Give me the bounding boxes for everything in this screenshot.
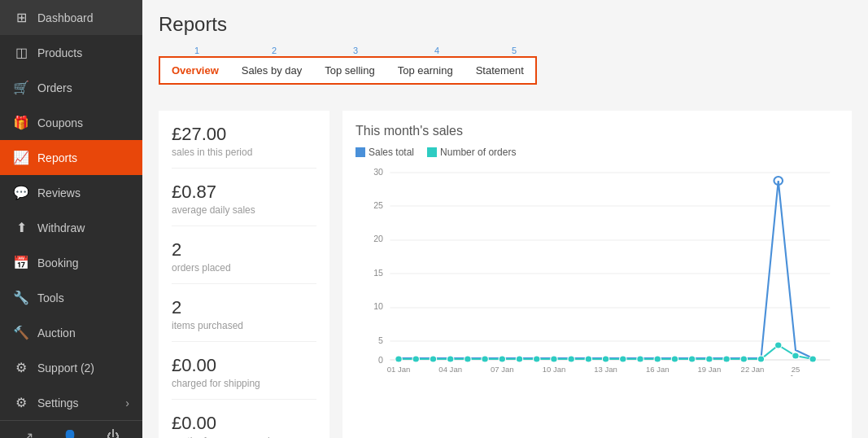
external-link-icon[interactable]: ↗ — [23, 429, 33, 438]
stat-avg-label: average daily sales — [172, 204, 316, 216]
sidebar-item-support[interactable]: ⚙ Support (2) — [0, 350, 142, 385]
svg-point-37 — [775, 342, 782, 348]
tab-top-selling[interactable]: Top selling — [313, 58, 386, 83]
stat-coupons: £0.00 worth of coupons used — [172, 413, 316, 438]
chart-panel: This month's sales Sales total Number of… — [342, 111, 852, 438]
svg-text:16 Jan: 16 Jan — [646, 366, 670, 374]
sidebar-label-settings: Settings — [37, 396, 79, 410]
svg-text:25: 25 — [373, 201, 383, 210]
sidebar-item-auction[interactable]: 🔨 Auction — [0, 315, 142, 350]
booking-icon: 📅 — [13, 255, 29, 270]
svg-point-22 — [516, 356, 522, 362]
sidebar-item-orders[interactable]: 🛒 Orders — [0, 70, 142, 105]
main-content: Reports 1 2 3 4 5 Overview Sales by day … — [142, 0, 868, 438]
stat-orders-label: orders placed — [172, 262, 316, 274]
stats-panel: £27.00 sales in this period £0.87 averag… — [159, 111, 329, 438]
coupons-icon: 🎁 — [13, 115, 29, 130]
power-icon[interactable]: ⏻ — [107, 429, 120, 438]
svg-text:Jan: Jan — [789, 374, 801, 376]
reviews-icon: 💬 — [13, 185, 29, 200]
tabs-wrapper: 1 2 3 4 5 Overview Sales by day Top sell… — [159, 46, 852, 98]
settings-arrow: › — [125, 396, 129, 410]
legend-orders: Number of orders — [427, 147, 516, 158]
stat-items-label: items purchased — [172, 320, 316, 331]
tabs-container: Overview Sales by day Top selling Top ea… — [159, 56, 537, 85]
stat-coupons-value: £0.00 — [172, 413, 316, 434]
tab-statement[interactable]: Statement — [465, 58, 535, 83]
legend-orders-label: Number of orders — [440, 147, 516, 158]
svg-point-31 — [671, 356, 678, 362]
chart-area: 0 5 10 15 20 25 30 — [355, 164, 839, 376]
svg-text:07 Jan: 07 Jan — [491, 366, 514, 374]
svg-point-28 — [620, 356, 626, 362]
tab-num-2: 2 — [233, 46, 315, 55]
tab-sales-by-day[interactable]: Sales by day — [230, 58, 313, 83]
svg-point-39 — [809, 356, 816, 362]
tab-num-5: 5 — [478, 46, 551, 55]
sidebar-item-products[interactable]: ◫ Products — [0, 35, 142, 70]
sidebar-label-coupons: Coupons — [37, 116, 83, 129]
tab-top-earning[interactable]: Top earning — [386, 58, 465, 83]
svg-point-21 — [499, 356, 505, 362]
sidebar-item-dashboard[interactable]: ⊞ Dashboard — [0, 0, 142, 35]
svg-point-24 — [551, 356, 557, 362]
sidebar-label-products: Products — [37, 46, 82, 59]
user-icon[interactable]: 👤 — [62, 429, 78, 438]
svg-text:19 Jan: 19 Jan — [698, 366, 722, 374]
chart-title: This month's sales — [355, 124, 839, 138]
svg-point-33 — [706, 356, 713, 362]
svg-text:10: 10 — [373, 302, 383, 311]
sidebar: ⊞ Dashboard ◫ Products 🛒 Orders 🎁 Coupon… — [0, 0, 142, 438]
sidebar-item-reports[interactable]: 📈 Reports — [0, 140, 142, 175]
page-title: Reports — [159, 13, 852, 36]
sidebar-item-reviews[interactable]: 💬 Reviews — [0, 175, 142, 210]
support-icon: ⚙ — [13, 360, 29, 375]
reports-icon: 📈 — [13, 150, 29, 165]
sidebar-label-support: Support (2) — [37, 361, 94, 374]
content-area: £27.00 sales in this period £0.87 averag… — [159, 111, 852, 438]
sidebar-label-tools: Tools — [37, 291, 64, 304]
stat-sales-value: £27.00 — [172, 124, 316, 145]
sidebar-label-withdraw: Withdraw — [37, 221, 85, 234]
svg-point-35 — [740, 356, 747, 362]
tools-icon: 🔧 — [13, 290, 29, 305]
tab-numbers-row: 1 2 3 4 5 — [159, 46, 852, 55]
tab-overview[interactable]: Overview — [160, 58, 230, 83]
tab-num-4: 4 — [396, 46, 478, 55]
tab-num-3: 3 — [315, 46, 396, 55]
svg-point-27 — [602, 356, 608, 362]
svg-text:13 Jan: 13 Jan — [594, 366, 617, 374]
products-icon: ◫ — [13, 45, 29, 60]
sidebar-label-reviews: Reviews — [37, 186, 81, 199]
svg-text:15: 15 — [373, 269, 383, 278]
svg-point-18 — [447, 356, 453, 362]
svg-text:10 Jan: 10 Jan — [543, 366, 566, 374]
stat-items: 2 items purchased — [172, 297, 316, 342]
svg-point-38 — [792, 353, 799, 359]
sidebar-item-settings[interactable]: ⚙ Settings › — [0, 385, 142, 420]
sidebar-label-orders: Orders — [37, 81, 72, 94]
svg-text:25: 25 — [792, 366, 800, 374]
svg-point-17 — [430, 356, 436, 362]
stat-shipping-value: £0.00 — [172, 355, 316, 376]
legend-sales-total: Sales total — [355, 147, 414, 158]
legend-sales-box — [355, 147, 365, 157]
sidebar-label-reports: Reports — [37, 151, 77, 164]
svg-point-36 — [757, 356, 764, 362]
sidebar-item-tools[interactable]: 🔧 Tools — [0, 280, 142, 315]
sidebar-item-withdraw[interactable]: ⬆ Withdraw — [0, 210, 142, 245]
sidebar-item-coupons[interactable]: 🎁 Coupons — [0, 105, 142, 140]
sidebar-label-dashboard: Dashboard — [37, 11, 94, 24]
stat-orders: 2 orders placed — [172, 239, 316, 284]
chart-svg: 0 5 10 15 20 25 30 — [355, 164, 839, 376]
withdraw-icon: ⬆ — [13, 220, 29, 235]
svg-point-32 — [688, 356, 695, 362]
svg-text:01 Jan: 01 Jan — [387, 366, 411, 374]
chart-legend: Sales total Number of orders — [355, 147, 839, 158]
svg-point-15 — [395, 356, 402, 362]
svg-text:30: 30 — [373, 168, 383, 177]
stat-shipping-label: charged for shipping — [172, 378, 316, 389]
legend-sales-label: Sales total — [369, 147, 414, 158]
svg-point-23 — [534, 356, 540, 362]
sidebar-item-booking[interactable]: 📅 Booking — [0, 245, 142, 280]
